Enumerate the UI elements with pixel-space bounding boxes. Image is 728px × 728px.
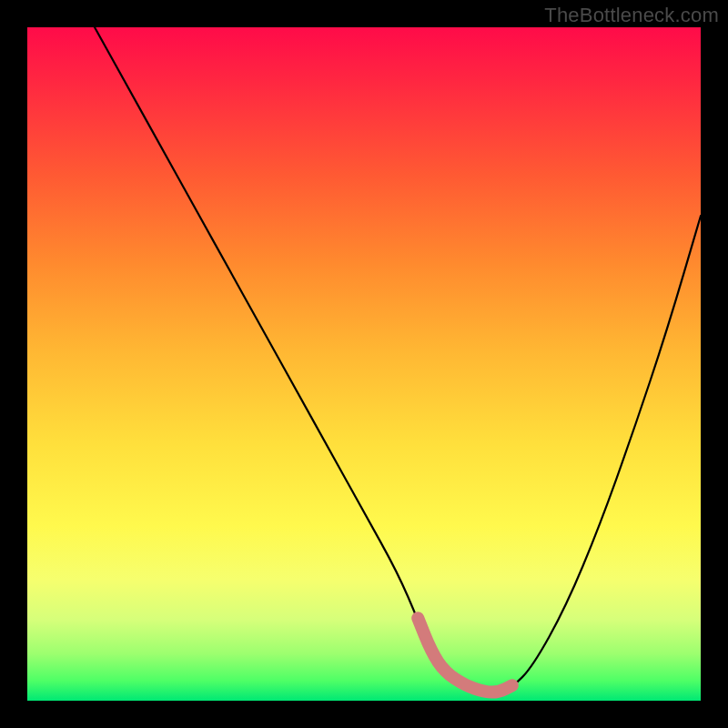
curve-layer (27, 27, 701, 701)
optimal-zone-marker (418, 618, 512, 692)
chart-frame: TheBottleneck.com (0, 0, 728, 728)
bottleneck-curve (95, 27, 701, 694)
watermark-text: TheBottleneck.com (544, 4, 719, 27)
plot-area (27, 27, 701, 701)
